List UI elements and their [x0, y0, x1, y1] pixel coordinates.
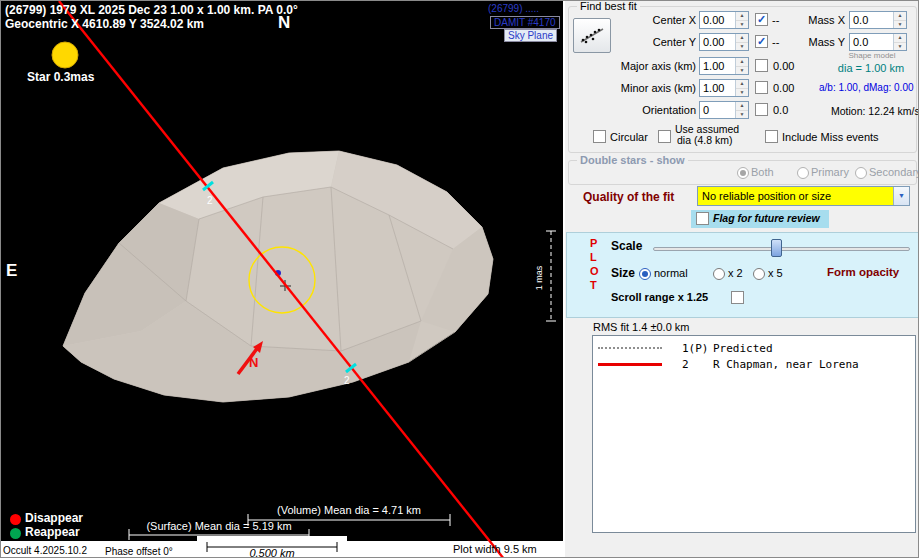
spinner-up-button[interactable]: ▲	[894, 12, 906, 21]
include-miss-checkbox[interactable]	[765, 130, 778, 143]
observation-row[interactable]: 2 R Chapman, near Lorena	[593, 356, 915, 372]
center-y-label: Center Y	[613, 36, 696, 48]
spinner-down-button[interactable]: ▼	[736, 43, 748, 51]
spinner-down-button[interactable]: ▼	[736, 111, 748, 119]
north-arrow-label: N	[249, 355, 258, 370]
star-label: Star 0.3mas	[27, 70, 94, 84]
orientation-alt-value: 0.0	[773, 104, 788, 116]
spinner-up-button[interactable]: ▲	[736, 12, 748, 21]
quality-combobox[interactable]: No reliable position or size ▼	[697, 186, 910, 206]
double-stars-primary-radio[interactable]	[797, 167, 809, 179]
spinner-up-button[interactable]: ▲	[894, 34, 906, 43]
spinner-down-button[interactable]: ▼	[894, 43, 906, 51]
chord-marker-label: 2	[207, 195, 213, 206]
center-y-spinner[interactable]: 0.00 ▲▼	[699, 33, 749, 51]
asteroid-shape-model	[63, 151, 493, 402]
mas-scale-label: 1 mas	[534, 265, 544, 290]
observation-number: 1(P)	[682, 342, 713, 355]
orientation-fit-checkbox[interactable]	[755, 103, 768, 116]
sky-plane-canvas[interactable]: 2 2 N 1 mas	[1, 1, 563, 558]
flag-review-checkbox[interactable]	[696, 212, 709, 225]
orientation-spinner[interactable]: 0 ▲▼	[699, 101, 749, 119]
major-axis-spinner[interactable]: 1.00 ▲▼	[699, 57, 749, 75]
double-stars-primary-label: Primary	[811, 166, 849, 178]
minor-axis-alt-value: 0.00	[773, 82, 794, 94]
rms-fit-label: RMS fit 1.4 ±0.0 km	[593, 321, 690, 333]
motion-label: Motion: 12.24 km/s	[831, 105, 919, 117]
scale-label: Scale	[611, 239, 642, 253]
minor-axis-fit-checkbox[interactable]	[755, 81, 768, 94]
spinner-up-button[interactable]: ▲	[736, 80, 748, 89]
plot-letter-p: P	[590, 237, 597, 249]
damit-button[interactable]: DAMIT #4170	[490, 16, 560, 29]
size-normal-radio[interactable]	[639, 268, 651, 280]
size-x5-label: x 5	[768, 267, 783, 279]
disappear-dot-icon	[10, 514, 21, 525]
quality-label: Quality of the fit	[583, 190, 674, 204]
size-normal-label: normal	[654, 267, 688, 279]
double-stars-secondary-radio[interactable]	[855, 167, 867, 179]
double-stars-title: Double stars - show	[577, 154, 688, 166]
sky-plane-button[interactable]: Sky Plane	[504, 29, 557, 42]
mas-scale-bracket	[546, 231, 556, 321]
size-x2-radio[interactable]	[713, 268, 725, 280]
size-x2-label: x 2	[728, 267, 743, 279]
circular-label: Circular	[610, 131, 648, 143]
center-y-fit-checkbox[interactable]: ✓	[755, 35, 768, 48]
predicted-line-marker	[598, 347, 662, 349]
spinner-value: 1.00	[700, 58, 735, 74]
center-x-dash-label: --	[772, 14, 779, 26]
major-axis-fit-checkbox[interactable]	[755, 59, 768, 72]
size-x5-radio[interactable]	[753, 268, 765, 280]
observation-name: R Chapman, near Lorena	[713, 358, 859, 371]
shape-model-label: Shape model	[833, 51, 911, 60]
spinner-down-button[interactable]: ▼	[894, 21, 906, 29]
plot-letter-t: T	[590, 279, 597, 291]
center-x-label: Center X	[613, 14, 696, 26]
spinner-down-button[interactable]: ▼	[736, 21, 748, 29]
target-star	[52, 42, 78, 68]
minor-axis-spinner[interactable]: 1.00 ▲▼	[699, 79, 749, 97]
spinner-down-button[interactable]: ▼	[736, 67, 748, 75]
mass-y-label: Mass Y	[797, 36, 845, 48]
double-stars-both-radio[interactable]	[737, 167, 749, 179]
circular-checkbox[interactable]	[593, 130, 606, 143]
mass-x-spinner[interactable]: 0.0 ▲▼	[849, 11, 907, 29]
major-axis-alt-value: 0.00	[773, 60, 794, 72]
spinner-up-button[interactable]: ▲	[736, 58, 748, 67]
surface-mean-dia-label: (Surface) Mean dia = 5.19 km	[119, 520, 319, 532]
include-miss-label: Include Miss events	[782, 131, 879, 143]
spinner-up-button[interactable]: ▲	[736, 34, 748, 43]
center-x-spinner[interactable]: 0.00 ▲▼	[699, 11, 749, 29]
north-arrow: N	[238, 341, 263, 374]
size-label: Size	[611, 266, 635, 280]
spinner-down-button[interactable]: ▼	[736, 89, 748, 97]
center-x-fit-checkbox[interactable]: ✓	[755, 13, 768, 26]
spinner-value: 0.0	[850, 34, 893, 50]
dropdown-arrow-icon[interactable]: ▼	[893, 187, 909, 205]
observation-name: Predicted	[713, 342, 773, 355]
legend-disappear-label: Disappear	[25, 511, 83, 525]
control-panel: Find best fit Center X 0.00 ▲▼ ✓ -- Mass…	[563, 1, 919, 558]
chord-marker-disappear	[203, 182, 213, 190]
scale-slider-thumb[interactable]	[771, 239, 782, 257]
observation-number: 2	[682, 358, 713, 371]
find-best-fit-title: Find best fit	[577, 0, 640, 12]
spinner-value: 0.00	[700, 12, 735, 28]
use-assumed-dia-label-line2: dia (4.8 km)	[677, 134, 732, 146]
canvas-title-line1: (26799) 1979 XL 2025 Dec 23 1.00 x 1.00 …	[5, 3, 298, 17]
scroll-range-checkbox[interactable]	[731, 291, 744, 304]
version-label: Occult 4.2025.10.2	[3, 545, 87, 556]
quality-value: No reliable position or size	[698, 187, 893, 205]
center-y-dash-label: --	[772, 36, 779, 48]
east-direction-label: E	[6, 261, 17, 281]
find-best-fit-button[interactable]	[573, 18, 611, 53]
spinner-up-button[interactable]: ▲	[736, 102, 748, 111]
volume-mean-dia-label: (Volume) Mean dia = 4.71 km	[241, 504, 457, 516]
observation-row[interactable]: 1(P) Predicted	[593, 340, 915, 356]
observations-listbox[interactable]: 1(P) Predicted 2 R Chapman, near Lorena	[592, 335, 916, 533]
mass-y-spinner[interactable]: 0.0 ▲▼	[849, 33, 907, 51]
use-assumed-dia-checkbox[interactable]	[658, 130, 671, 143]
form-opacity-button[interactable]: Form opacity	[827, 266, 899, 278]
spinner-value: 0	[700, 102, 735, 118]
